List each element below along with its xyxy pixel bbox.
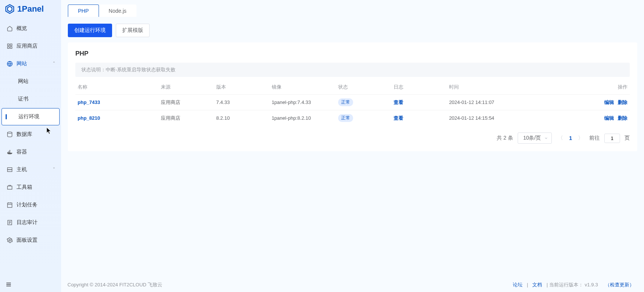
svg-rect-8	[7, 168, 12, 170]
footer-version: v1.9.3	[585, 282, 598, 287]
pager-page-unit: 页	[625, 135, 630, 141]
svg-rect-10	[7, 186, 12, 190]
svg-rect-9	[7, 170, 12, 172]
tab-label: Node.js	[109, 8, 126, 14]
footer-version-label: 当前运行版本：	[549, 282, 583, 287]
sidebar-item-cron[interactable]: 计划任务	[1, 196, 60, 214]
home-icon	[7, 26, 13, 32]
runtime-name-link[interactable]: php_7433	[78, 99, 100, 105]
col-source: 来源	[159, 80, 214, 95]
table-row: php_8210应用商店8.2.101panel-php:8.2.10正常查看2…	[75, 110, 630, 126]
card-title: PHP	[75, 50, 630, 57]
sidebar-item-database[interactable]: 数据库	[1, 126, 60, 143]
footer-copyright: Copyright © 2014-2024 FIT2CLOUD 飞致云	[67, 281, 162, 288]
sidebar-sub-label: 证书	[18, 96, 28, 102]
svg-rect-4	[7, 47, 9, 48]
col-ops: 操作	[547, 80, 630, 95]
sidebar-sub-website[interactable]: 网站	[1, 73, 60, 90]
status-badge: 正常	[338, 114, 353, 122]
delete-link[interactable]: 删除	[618, 115, 628, 121]
brand-logo[interactable]: 1Panel	[0, 0, 61, 18]
create-runtime-button[interactable]: 创建运行环境	[68, 24, 112, 37]
delete-link[interactable]: 删除	[618, 99, 628, 105]
pager-total: 共 2 条	[497, 135, 513, 141]
chevron-up-icon: ˄	[53, 61, 55, 66]
footer-sep: |	[547, 282, 548, 287]
gear-icon	[7, 237, 13, 243]
svg-rect-11	[7, 203, 12, 208]
sidebar-item-label: 主机	[16, 166, 27, 173]
sidebar-collapse-toggle[interactable]	[0, 278, 61, 292]
svg-rect-2	[7, 44, 9, 46]
log-view-link[interactable]: 查看	[394, 115, 403, 121]
sidebar-sub-label: 网站	[18, 78, 28, 85]
footer-check-update[interactable]: （检查更新）	[605, 282, 634, 287]
pagination: 共 2 条 10条/页 〈 1 〉 前往 页	[75, 132, 630, 144]
footer: Copyright © 2014-2024 FIT2CLOUD 飞致云 论坛 |…	[67, 281, 637, 288]
svg-marker-1	[7, 6, 12, 12]
sidebar-item-label: 日志审计	[16, 219, 37, 226]
pager-size-select[interactable]: 10条/页	[518, 132, 552, 144]
footer-forum-link[interactable]: 论坛	[513, 282, 523, 287]
tab-nodejs[interactable]: Node.js	[99, 5, 136, 17]
edit-link[interactable]: 编辑	[604, 115, 614, 121]
sidebar-sub-runtime[interactable]: 运行环境	[1, 108, 60, 125]
sidebar-item-toolbox[interactable]: 工具箱	[1, 179, 60, 196]
server-icon	[7, 167, 13, 173]
pager-goto-label: 前往	[589, 135, 600, 141]
main-content: PHP Node.js 创建运行环境 扩展模版 PHP 状态说明：中断-系统重启…	[61, 0, 644, 292]
container-icon	[7, 149, 13, 155]
cell-image: 1panel-php:8.2.10	[270, 110, 336, 126]
sidebar-item-website[interactable]: 网站 ˄	[1, 55, 60, 72]
runtime-card: PHP 状态说明：中断-系统重启导致状态获取失败 名称 来源 版本 镜像 状态 …	[68, 42, 637, 151]
status-badge: 正常	[338, 98, 353, 106]
sidebar-item-settings[interactable]: 面板设置	[1, 232, 60, 249]
col-log: 日志	[391, 80, 447, 95]
cell-time: 2024-01-12 14:11:07	[447, 95, 547, 110]
cell-source: 应用商店	[159, 110, 214, 126]
col-version: 版本	[214, 80, 270, 95]
runtime-name-link[interactable]: php_8210	[78, 115, 100, 121]
status-alert: 状态说明：中断-系统重启导致状态获取失败	[75, 63, 630, 77]
col-name: 名称	[75, 80, 159, 95]
sidebar-item-overview[interactable]: 概览	[1, 20, 60, 37]
cell-version: 7.4.33	[214, 95, 270, 110]
col-image: 镜像	[270, 80, 336, 95]
svg-point-13	[9, 239, 10, 241]
cell-time: 2024-01-12 14:15:54	[447, 110, 547, 126]
sidebar: 1Panel 概览 应用商店 网站 ˄ 网站 证书 运行环境 数据库 容器 主机	[0, 0, 61, 292]
sidebar-item-host[interactable]: 主机 ˅	[1, 161, 60, 178]
footer-sep: |	[527, 282, 528, 287]
pager-current[interactable]: 1	[569, 135, 572, 141]
edit-link[interactable]: 编辑	[604, 99, 614, 105]
sidebar-item-label: 容器	[16, 149, 27, 155]
pager-size-label: 10条/页	[523, 135, 541, 141]
grid-icon	[7, 43, 13, 49]
sidebar-item-container[interactable]: 容器	[1, 143, 60, 161]
sidebar-sub-cert[interactable]: 证书	[1, 90, 60, 108]
runtime-tabs: PHP Node.js	[68, 5, 637, 17]
pager-goto-input[interactable]	[604, 134, 620, 143]
sidebar-item-label: 概览	[16, 25, 27, 32]
svg-rect-5	[10, 47, 12, 48]
chevron-down-icon: ˅	[53, 167, 55, 172]
calendar-icon	[7, 202, 13, 208]
sidebar-item-logs[interactable]: 日志审计	[1, 214, 60, 231]
toolbox-icon	[7, 184, 13, 190]
log-view-link[interactable]: 查看	[394, 99, 403, 105]
pager-prev[interactable]: 〈	[556, 135, 565, 141]
cell-source: 应用商店	[159, 95, 214, 110]
extension-template-button[interactable]: 扩展模版	[116, 24, 150, 37]
toolbar: 创建运行环境 扩展模版	[68, 24, 637, 37]
sidebar-item-appstore[interactable]: 应用商店	[1, 38, 60, 55]
database-icon	[7, 131, 13, 137]
footer-docs-link[interactable]: 文档	[532, 282, 542, 287]
pager-next[interactable]: 〉	[577, 135, 585, 141]
globe-icon	[7, 61, 13, 67]
cell-version: 8.2.10	[214, 110, 270, 126]
cell-image: 1panel-php:7.4.33	[270, 95, 336, 110]
sidebar-item-label: 应用商店	[16, 43, 37, 50]
table-row: php_7433应用商店7.4.331panel-php:7.4.33正常查看2…	[75, 95, 630, 110]
tab-php[interactable]: PHP	[68, 5, 99, 17]
tab-label: PHP	[78, 8, 89, 14]
